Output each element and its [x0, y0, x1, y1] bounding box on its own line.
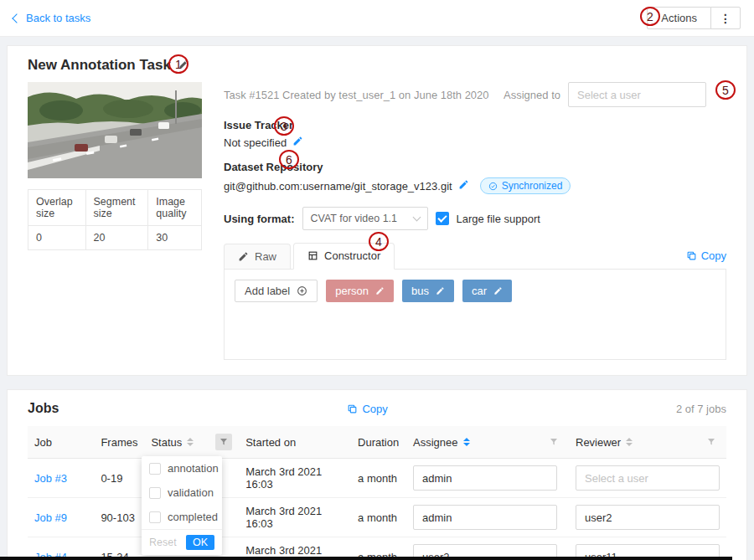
task-params-table: Overlap size Segment size Image quality …: [28, 189, 202, 250]
labels-copy-link[interactable]: Copy: [686, 249, 726, 269]
issue-tracker-label: Issue Tracker: [224, 119, 726, 131]
job-reviewer-select[interactable]: user2: [576, 505, 720, 530]
task-title-row: New Annotation Task: [28, 57, 726, 74]
format-select[interactable]: CVAT for video 1.1: [302, 207, 428, 230]
add-label-button[interactable]: Add label: [235, 280, 318, 302]
job-reviewer-value: user2: [585, 511, 612, 524]
column-assignee[interactable]: Assignee: [413, 436, 457, 449]
filter-option-completed[interactable]: completed: [142, 505, 222, 529]
copy-icon: [347, 403, 358, 414]
jobs-count: 2 of 7 jobs: [676, 403, 726, 415]
checkbox-unchecked[interactable]: [149, 487, 161, 499]
assignee-filter-icon[interactable]: [545, 434, 562, 450]
tab-raw-label: Raw: [255, 250, 276, 263]
filter-option-validation[interactable]: validation: [142, 480, 222, 505]
status-filter-icon[interactable]: [215, 434, 232, 450]
label-tag-bus[interactable]: bus: [402, 280, 454, 302]
chevron-left-icon: [12, 13, 21, 23]
assignee-sorter-icon[interactable]: [463, 438, 470, 446]
jobs-copy-link[interactable]: Copy: [347, 403, 387, 415]
column-reviewer[interactable]: Reviewer: [576, 436, 621, 449]
job-frames: 0-19: [101, 472, 122, 485]
edit-issue-tracker-icon[interactable]: [292, 136, 303, 149]
window-bottom-edge: [0, 557, 732, 560]
job-reviewer-select[interactable]: Select a user: [576, 465, 720, 491]
param-value-overlap: 0: [28, 226, 86, 250]
column-frames: Frames: [101, 436, 137, 449]
jobs-header-row: Job Frames Status Started on Duration As: [28, 426, 726, 459]
filter-reset-button[interactable]: Reset: [149, 537, 177, 548]
checkbox-unchecked[interactable]: [149, 511, 161, 523]
label-tag-person[interactable]: person: [326, 280, 394, 302]
filter-ok-button[interactable]: OK: [186, 535, 214, 550]
dataset-repository-section: Dataset Repository git@github.com:userna…: [224, 161, 726, 194]
job-row: Job #9 90-103 March 3rd 2021 16:03 a mon…: [28, 498, 726, 537]
job-duration: a month: [358, 511, 397, 524]
job-started: March 3rd 2021 16:03: [245, 465, 322, 491]
edit-label-icon[interactable]: [375, 286, 385, 295]
job-link[interactable]: Job #9: [34, 511, 67, 524]
column-status[interactable]: Status: [151, 436, 182, 449]
annotation-circle-1: 1: [168, 54, 188, 74]
filter-option-label: validation: [168, 486, 214, 499]
jobs-table: Job Frames Status Started on Duration As: [28, 426, 726, 560]
format-row: Using format: CVAT for video 1.1 Large f…: [224, 207, 726, 230]
dataset-repository-url: git@github.com:username/git_storage_v123…: [224, 180, 452, 193]
assignee-select[interactable]: Select a user: [568, 82, 706, 107]
annotation-circle-4: 4: [369, 232, 389, 251]
job-frames: 90-103: [101, 511, 134, 524]
job-assignee-value: admin: [422, 511, 452, 524]
label-tag-car[interactable]: car: [462, 280, 512, 302]
back-to-tasks-link[interactable]: Back to tasks: [13, 12, 90, 24]
issue-tracker-value: Not specified: [224, 136, 287, 149]
param-header-overlap: Overlap size: [28, 190, 86, 226]
job-assignee-value: admin: [422, 472, 452, 485]
add-label-text: Add label: [245, 285, 290, 297]
assigned-to-group: Assigned to Select a user: [504, 82, 706, 107]
block-icon: [307, 250, 318, 261]
job-assignee-select[interactable]: admin: [413, 505, 557, 530]
job-link[interactable]: Job #3: [34, 472, 67, 485]
pencil-icon: [238, 251, 249, 262]
filter-option-label: completed: [168, 511, 218, 523]
more-actions-button[interactable]: ⋮: [710, 7, 741, 29]
issue-tracker-section: Issue Tracker Not specified: [224, 119, 726, 149]
label-tag-bus-name: bus: [411, 285, 429, 297]
param-value-quality: 30: [148, 226, 202, 250]
jobs-title: Jobs: [28, 401, 59, 416]
checkbox-unchecked[interactable]: [149, 463, 161, 475]
annotation-circle-2: 2: [640, 7, 660, 26]
vertical-dots-icon: ⋮: [720, 12, 731, 25]
labels-constructor-panel: Add label person bus car: [224, 270, 726, 360]
status-sorter-icon[interactable]: [187, 438, 194, 446]
format-value: CVAT for video 1.1: [311, 213, 398, 224]
param-header-quality: Image quality: [148, 190, 202, 226]
synchronized-badge: Synchronized: [480, 177, 571, 194]
edit-label-icon[interactable]: [436, 286, 445, 295]
edit-label-icon[interactable]: [493, 286, 503, 295]
tab-raw[interactable]: Raw: [224, 244, 291, 269]
back-to-tasks-label: Back to tasks: [26, 12, 90, 24]
large-file-label: Large file support: [457, 213, 540, 225]
job-row: Job #3 0-19 March 3rd 2021 16:03 a month…: [28, 459, 726, 498]
chevron-down-icon: [412, 213, 421, 222]
large-file-checkbox[interactable]: [436, 212, 449, 225]
labels-tabs: Raw Constructor Copy: [224, 243, 726, 270]
assignee-placeholder: Select a user: [577, 89, 641, 101]
column-started-on: Started on: [245, 436, 296, 449]
filter-option-label: annotation: [168, 462, 219, 475]
label-tag-person-name: person: [335, 285, 369, 297]
synchronized-label: Synchronized: [502, 180, 563, 192]
job-assignee-select[interactable]: admin: [413, 465, 557, 491]
reviewer-filter-icon[interactable]: [703, 434, 720, 450]
edit-repository-icon[interactable]: [458, 179, 469, 193]
actions-button-group: Actions ⋮: [647, 7, 741, 29]
task-title: New Annotation Task: [28, 57, 171, 74]
reviewer-sorter-icon[interactable]: [626, 438, 633, 446]
task-card: New Annotation Task: [7, 45, 747, 376]
filter-option-annotation[interactable]: annotation: [142, 456, 222, 480]
task-preview-column: Overlap size Segment size Image quality …: [28, 82, 202, 360]
status-filter-dropdown: annotation validation completed Reset OK: [142, 456, 222, 555]
task-preview-image: [28, 82, 202, 178]
plus-circle-icon: [297, 285, 307, 296]
